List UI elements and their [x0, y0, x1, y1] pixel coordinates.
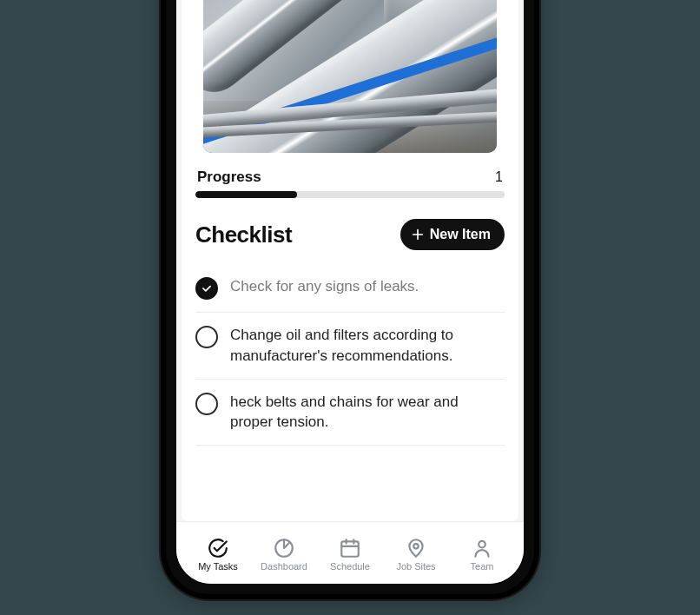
tab-team[interactable]: Team [456, 537, 508, 572]
checkbox-unchecked-icon[interactable] [195, 393, 218, 415]
progress-bar [195, 191, 505, 198]
progress-fill [195, 191, 297, 198]
progress-label: Progress [197, 169, 261, 186]
new-item-label: New Item [430, 227, 491, 242]
tab-my-tasks[interactable]: My Tasks [192, 537, 244, 572]
pie-chart-icon [273, 537, 295, 559]
plus-icon [411, 228, 425, 241]
tab-bar: My Tasks Dashboard Schedule [176, 521, 524, 584]
new-item-button[interactable]: New Item [400, 219, 505, 250]
checklist-title: Checklist [195, 222, 292, 248]
tab-label: Dashboard [261, 561, 307, 572]
tab-job-sites[interactable]: Job Sites [390, 537, 442, 572]
checkbox-unchecked-icon[interactable] [195, 326, 218, 348]
svg-point-7 [413, 544, 418, 548]
location-pin-icon [405, 537, 427, 559]
checklist-item-text: Change oil and filters according to manu… [230, 325, 505, 367]
header-image [203, 0, 497, 153]
svg-rect-3 [341, 541, 359, 556]
check-circle-icon [207, 537, 229, 559]
progress-value: 1 [495, 169, 503, 185]
tab-label: Schedule [330, 561, 370, 572]
checklist-item-text: Check for any signs of leaks. [230, 276, 419, 297]
tab-schedule[interactable]: Schedule [324, 537, 376, 572]
svg-point-8 [479, 540, 485, 547]
tab-dashboard[interactable]: Dashboard [258, 537, 310, 572]
tab-label: Job Sites [396, 561, 435, 572]
checklist-item[interactable]: Change oil and filters according to manu… [195, 313, 505, 380]
checkbox-checked-icon[interactable] [195, 277, 218, 300]
checklist-item[interactable]: heck belts and chains for wear and prope… [195, 380, 505, 446]
tab-label: My Tasks [198, 561, 238, 572]
tab-label: Team [471, 561, 494, 572]
app-screen: Progress 1 Checklist New Item [176, 0, 524, 584]
checklist-item-text: heck belts and chains for wear and prope… [230, 392, 505, 433]
calendar-icon [339, 537, 361, 559]
device-frame: Progress 1 Checklist New Item [161, 0, 539, 599]
checklist-item[interactable]: Check for any signs of leaks. [195, 264, 505, 313]
user-icon [471, 537, 493, 559]
